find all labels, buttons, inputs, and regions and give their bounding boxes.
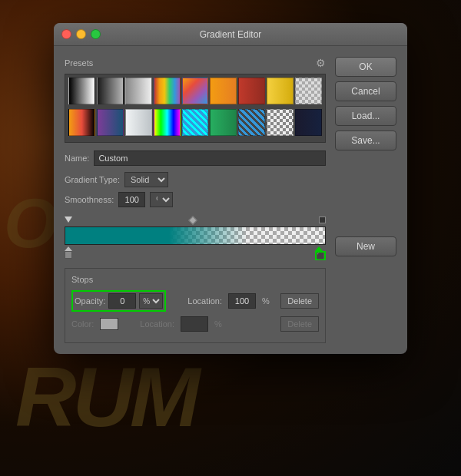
color-swatch[interactable] <box>100 318 118 330</box>
smoothness-row: Smoothness: % <box>65 192 326 207</box>
preset-swatch-bw[interactable] <box>68 78 95 104</box>
color-stop-right-body: ⬛ <box>315 251 326 260</box>
opacity-stop-left[interactable] <box>65 217 72 223</box>
gradient-bar-inner <box>65 227 325 244</box>
window-controls <box>61 29 101 39</box>
smoothness-input[interactable] <box>118 192 145 207</box>
preset-swatch-neon[interactable] <box>154 109 181 136</box>
name-label: Name: <box>65 154 89 163</box>
preset-swatch-silver[interactable] <box>125 78 152 104</box>
color-stop-left-body <box>65 251 72 259</box>
location-unit: % <box>262 296 270 306</box>
name-row: Name: <box>65 150 326 166</box>
preset-swatch-stripe-blue[interactable] <box>238 109 265 136</box>
preset-swatch-purple-blue[interactable] <box>97 109 124 136</box>
name-input[interactable] <box>94 150 326 166</box>
opacity-stop-right[interactable] <box>319 217 326 223</box>
opacity-stops-row <box>65 215 326 226</box>
opacity-label: Opacity: <box>75 296 105 306</box>
save-button[interactable]: Save... <box>335 131 396 150</box>
right-panel: OK Cancel Load... Save... New <box>335 57 396 343</box>
load-button[interactable]: Load... <box>335 106 396 126</box>
cancel-button[interactable]: Cancel <box>335 81 396 101</box>
maximize-button[interactable] <box>91 29 101 39</box>
opacity-stop-left-triangle <box>65 217 72 223</box>
presets-section-header: Presets ⚙ <box>65 57 326 69</box>
gradient-type-label: Gradient Type: <box>65 175 120 184</box>
preset-swatch-transparent[interactable] <box>295 78 322 104</box>
preset-swatch-gray[interactable] <box>97 78 124 104</box>
color-stop-right[interactable]: ⬛ <box>315 246 326 260</box>
presets-label: Presets <box>65 58 93 68</box>
smoothness-unit-select[interactable]: % <box>150 192 173 207</box>
left-panel: Presets ⚙ <box>65 57 326 343</box>
preset-swatch-red[interactable] <box>238 78 265 104</box>
gradient-type-row: Gradient Type: Solid Noise <box>65 172 326 187</box>
color-location-label: Location: <box>140 319 174 329</box>
dialog-title: Gradient Editor <box>200 29 262 40</box>
color-delete-button: Delete <box>280 316 319 332</box>
close-button[interactable] <box>61 29 71 39</box>
color-location-input <box>181 316 208 332</box>
gradient-bar[interactable] <box>65 226 326 245</box>
dialog-body: Presets ⚙ <box>54 46 407 354</box>
gradient-type-select[interactable]: Solid Noise <box>124 172 168 187</box>
preset-swatch-dark-blue[interactable] <box>295 109 322 136</box>
opacity-stop-right-square <box>319 217 326 223</box>
opacity-row: Opacity: % Location: % Delete <box>71 290 319 312</box>
title-bar: Gradient Editor <box>54 23 407 46</box>
preset-swatch-spectrum[interactable] <box>182 78 209 104</box>
opacity-input-group: Opacity: % <box>71 290 166 312</box>
minimize-button[interactable] <box>76 29 86 39</box>
preset-swatch-checker[interactable] <box>267 109 294 136</box>
preset-swatch-yellow[interactable] <box>267 78 294 104</box>
new-button[interactable]: New <box>335 236 396 256</box>
color-stop-left[interactable] <box>65 246 72 259</box>
stops-title: Stops <box>71 275 319 284</box>
preset-swatch-fire[interactable] <box>68 109 95 136</box>
location-input[interactable] <box>228 293 256 309</box>
delete-button[interactable]: Delete <box>280 293 319 309</box>
color-label: Color: <box>71 319 94 329</box>
stops-section: Stops Opacity: % Location: % Delete <box>65 268 326 343</box>
ok-button[interactable]: OK <box>335 57 396 77</box>
presets-grid <box>65 74 326 143</box>
location-label: Location: <box>187 296 222 306</box>
preset-swatch-rainbow1[interactable] <box>154 78 181 104</box>
color-location-unit: % <box>214 319 222 329</box>
gradient-area: ⬛ <box>65 215 326 260</box>
gradient-midpoint-indicator[interactable] <box>189 216 197 224</box>
preset-swatch-light-gray[interactable] <box>125 109 152 136</box>
color-row: Color: Location: % Delete <box>71 316 319 332</box>
opacity-unit-select[interactable]: % <box>139 293 163 309</box>
preset-swatch-stripe-cyan[interactable] <box>182 109 209 136</box>
gradient-editor-dialog: Gradient Editor Presets ⚙ <box>54 23 407 354</box>
preset-swatch-orange[interactable] <box>210 78 237 104</box>
preset-swatch-green[interactable] <box>210 109 237 136</box>
smoothness-label: Smoothness: <box>65 195 114 204</box>
gear-icon[interactable]: ⚙ <box>316 57 326 69</box>
opacity-input[interactable] <box>108 293 136 309</box>
color-stops-row: ⬛ <box>65 246 326 260</box>
